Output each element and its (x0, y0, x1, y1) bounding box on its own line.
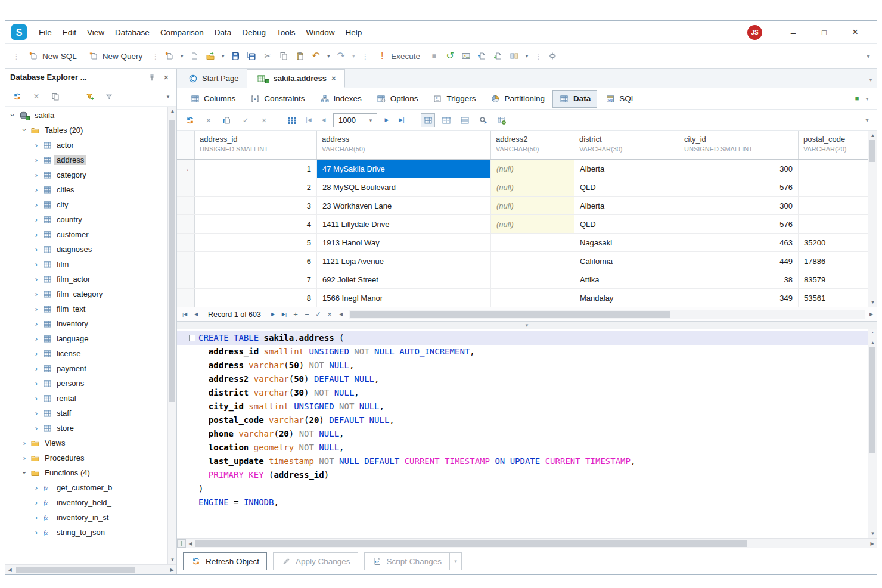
prev-record-button[interactable]: ◀ (191, 309, 201, 320)
scroll-right-icon[interactable]: ▶ (167, 565, 176, 574)
chevron-right-icon[interactable]: › (33, 245, 40, 254)
tree-item-customer[interactable]: ›customer (5, 227, 167, 242)
scroll-right-icon[interactable]: ▶ (868, 539, 877, 548)
tree-item-rental[interactable]: ›rental (5, 391, 167, 406)
chevron-right-icon[interactable]: › (33, 349, 40, 358)
new-sql-button[interactable]: New SQL (23, 48, 82, 64)
tree-item-actor[interactable]: ›actor (5, 138, 167, 153)
explorer-toolbar-overflow-icon[interactable]: ▾ (164, 94, 172, 99)
toolbar-grip[interactable]: ⋮ (535, 52, 541, 61)
tab-indexes[interactable]: Indexes (313, 90, 368, 108)
stop-execution-icon[interactable]: ■ (427, 49, 441, 63)
append-record-button[interactable]: + (290, 309, 301, 320)
execution-history-icon[interactable]: ↺ (443, 49, 457, 63)
chevron-right-icon[interactable]: › (21, 453, 28, 462)
export-data-icon[interactable] (475, 49, 489, 63)
chevron-down-icon[interactable]: › (20, 469, 29, 477)
chevron-right-icon[interactable]: › (33, 498, 40, 507)
menu-item-view[interactable]: View (82, 26, 110, 39)
tree-item-payment[interactable]: ›payment (5, 361, 167, 376)
next-page-button[interactable]: ▶ (381, 116, 392, 125)
sql-line[interactable]: phone varchar(20) NOT NULL, (177, 427, 868, 441)
script-changes-button[interactable]: Script Changes (364, 552, 449, 570)
open-file-dropdown-icon[interactable]: ▾ (219, 53, 226, 59)
tree-item-get-customer-b[interactable]: ›fxget_customer_b (5, 480, 167, 495)
cell-postal_code[interactable]: 17886 (799, 252, 869, 270)
chevron-right-icon[interactable]: › (33, 155, 40, 164)
close-tab-icon[interactable]: × (331, 74, 336, 83)
scroll-left-icon[interactable]: ◀ (5, 565, 14, 574)
menu-item-edit[interactable]: Edit (57, 26, 82, 39)
chevron-right-icon[interactable]: › (33, 334, 40, 343)
chevron-right-icon[interactable]: › (33, 215, 40, 224)
grid-vscrollbar[interactable]: ▲ ▼ (868, 131, 877, 307)
export-grid-icon[interactable] (220, 113, 234, 127)
save-icon[interactable] (228, 49, 243, 63)
rollback-edit-icon[interactable]: × (257, 113, 271, 127)
tree-item-persons[interactable]: ›persons (5, 376, 167, 391)
scrollbar-thumb[interactable] (169, 120, 175, 401)
chevron-right-icon[interactable]: › (33, 304, 40, 313)
open-file-icon[interactable] (203, 49, 218, 63)
cell-district[interactable]: QLD (574, 215, 679, 233)
sql-line[interactable]: last_update timestamp NOT NULL DEFAULT C… (177, 455, 868, 468)
row-indicator[interactable] (177, 252, 195, 270)
page-size-combobox[interactable]: 1000 ▾ (333, 113, 377, 127)
grid-options-icon[interactable] (495, 113, 509, 127)
tree-item-country[interactable]: ›country (5, 212, 167, 227)
row-indicator[interactable] (177, 215, 195, 233)
column-header-address[interactable]: addressVARCHAR(50) (317, 131, 491, 159)
paste-icon[interactable] (293, 49, 307, 63)
scroll-down-icon[interactable]: ▼ (868, 298, 877, 307)
scroll-left-icon[interactable]: ◀ (186, 539, 195, 548)
scroll-up-icon[interactable]: ▲ (868, 338, 877, 347)
tree-item-film-actor[interactable]: ›film_actor (5, 272, 167, 287)
chevron-right-icon[interactable]: › (33, 379, 40, 388)
tree-item-film[interactable]: ›film (5, 257, 167, 272)
form-view-button[interactable] (458, 113, 472, 127)
data-compare-icon[interactable] (507, 49, 521, 63)
cell-city_id[interactable]: 38 (679, 270, 799, 288)
sql-line[interactable]: ) (177, 482, 868, 496)
tree-item-film-category[interactable]: ›film_category (5, 287, 167, 301)
chevron-right-icon[interactable]: › (33, 200, 40, 209)
cancel-edit-button[interactable]: × (324, 309, 335, 320)
cell-district[interactable]: QLD (574, 178, 679, 196)
chevron-right-icon[interactable]: › (33, 483, 40, 492)
fit-columns-icon[interactable] (285, 113, 299, 127)
stop-load-icon[interactable]: × (201, 113, 216, 127)
chevron-right-icon[interactable]: › (33, 364, 40, 373)
cell-city_id[interactable]: 576 (679, 215, 799, 233)
cell-city_id[interactable]: 300 (679, 160, 799, 178)
undo-dropdown-icon[interactable]: ▾ (325, 53, 332, 59)
toolbar-grip[interactable]: ⋮ (13, 52, 19, 61)
close-button[interactable]: × (840, 24, 871, 41)
apply-changes-button[interactable]: Apply Changes (273, 552, 358, 570)
scrollbar-track[interactable] (168, 116, 176, 555)
cell-district[interactable]: Alberta (574, 160, 679, 178)
duplicate-object-icon[interactable] (48, 89, 63, 104)
sql-line[interactable]: −CREATE TABLE sakila.address ( (177, 331, 868, 345)
tab-triggers[interactable]: Triggers (426, 90, 482, 108)
sql-line[interactable]: PRIMARY KEY (address_id) (177, 468, 868, 482)
snapshot-icon[interactable] (459, 49, 473, 63)
tab-list-dropdown-icon[interactable]: ▾ (867, 76, 874, 83)
chevron-right-icon[interactable]: › (33, 230, 40, 239)
row-indicator[interactable] (177, 197, 195, 214)
cell-postal_code[interactable]: 83579 (799, 270, 869, 288)
chevron-right-icon[interactable]: › (33, 290, 40, 298)
tree-item-functions-4[interactable]: ›Functions (4) (5, 465, 167, 480)
tree-item-inventory-held[interactable]: ›fxinventory_held_ (5, 495, 167, 510)
toolbar-grip[interactable]: ⋮ (151, 52, 158, 61)
filter-icon[interactable] (102, 89, 116, 104)
chevron-right-icon[interactable]: › (21, 438, 28, 447)
scrollbar-track[interactable] (14, 565, 167, 574)
chevron-right-icon[interactable]: › (33, 141, 40, 150)
tab-options[interactable]: Options (369, 90, 425, 108)
cell-city_id[interactable]: 576 (679, 178, 799, 196)
sql-line[interactable]: city_id smallint UNSIGNED NOT NULL, (177, 400, 868, 413)
cell-address[interactable]: 1411 Lillydale Drive (317, 215, 491, 233)
chevron-right-icon[interactable]: › (33, 513, 40, 522)
new-document-icon[interactable] (162, 49, 176, 63)
subtab-overflow-icon[interactable]: ▾ (864, 95, 871, 102)
